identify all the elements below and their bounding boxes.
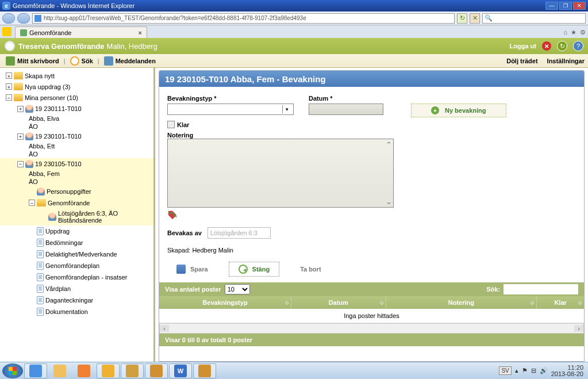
outlook-icon xyxy=(102,365,114,377)
toolbar-search-label: Sök xyxy=(82,58,93,64)
window-close-button[interactable]: ✕ xyxy=(573,2,586,10)
toolbar-search[interactable]: Sök xyxy=(68,56,95,66)
favorites-icon[interactable] xyxy=(2,27,11,36)
col-datum[interactable]: Datum◇ xyxy=(291,296,386,309)
taskbar-word[interactable]: W xyxy=(169,363,192,378)
expander-icon[interactable]: + xyxy=(6,83,12,90)
tree-delaktighet[interactable]: Delaktighet/Medverkande xyxy=(0,248,153,260)
sort-icon: ◇ xyxy=(531,300,534,305)
tree-person-1[interactable]: + 19 230111-T010 xyxy=(0,103,153,114)
stang-button[interactable]: Stäng xyxy=(229,262,280,277)
tray-up-icon[interactable]: ▴ xyxy=(515,367,518,374)
windows-icon xyxy=(9,367,17,375)
browser-search[interactable]: 🔍 xyxy=(482,13,586,24)
expander-icon[interactable]: + xyxy=(17,106,24,112)
taskbar-explorer[interactable] xyxy=(48,363,71,378)
tree-personuppgifter[interactable]: Personuppgifter xyxy=(0,186,153,197)
go-refresh-button[interactable]: ↻ xyxy=(457,13,467,24)
taskbar-app6[interactable] xyxy=(145,363,168,378)
taskbar-ie[interactable] xyxy=(24,363,47,378)
spara-button[interactable]: Spara xyxy=(167,262,217,276)
clock[interactable]: 11:20 2013-08-20 xyxy=(551,365,586,377)
refresh-header-button[interactable]: ↻ xyxy=(557,41,567,51)
scroll-right-icon[interactable]: › xyxy=(574,325,583,332)
tab-close-icon[interactable]: × xyxy=(139,29,142,36)
tree-person-2[interactable]: + 19 230101-T010 xyxy=(0,131,153,142)
grid-hscroll[interactable]: ‹ › xyxy=(159,323,584,334)
app-icon xyxy=(126,365,139,377)
tree-nya-uppdrag[interactable]: + Nya uppdrag (3) xyxy=(0,81,153,92)
clock-date: 2013-08-20 xyxy=(551,371,583,377)
person-name: Abba, Fem xyxy=(29,170,153,178)
taskbar-outlook[interactable] xyxy=(97,363,120,378)
toolbar-hide-tree[interactable]: Dölj trädet xyxy=(506,58,537,64)
tree-person-3[interactable]: − 19 230105-T010 xyxy=(0,158,153,170)
app-header: Treserva Genomförande Malin, Hedberg Log… xyxy=(0,38,588,54)
tree-dokumentation[interactable]: Dokumentation xyxy=(0,306,153,317)
ny-bevakning-button[interactable]: + Ny bevakning xyxy=(411,104,506,117)
tag-icon[interactable] xyxy=(167,210,178,220)
expander-icon[interactable]: − xyxy=(17,161,24,167)
toolbar-settings[interactable]: Inställningar xyxy=(547,58,585,64)
taskbar-app8[interactable] xyxy=(193,363,216,378)
help-button[interactable]: ? xyxy=(573,41,583,51)
expander-icon[interactable]: + xyxy=(6,72,12,79)
feeds-icon[interactable]: ★ xyxy=(571,29,577,36)
word-icon: W xyxy=(174,365,187,377)
tree-mina-personer[interactable]: − Mina personer (10) xyxy=(0,92,153,103)
expander-icon[interactable]: − xyxy=(29,200,35,206)
maximize-button[interactable]: ❐ xyxy=(559,2,572,10)
url-input[interactable] xyxy=(44,15,452,21)
logout-icon[interactable]: ✕ xyxy=(542,41,551,51)
person-icon xyxy=(25,132,33,140)
tree-genomforande[interactable]: − Genomförande xyxy=(0,197,153,208)
tree-genomforandeplan[interactable]: Genomförandeplan xyxy=(0,260,153,271)
forward-button[interactable] xyxy=(17,13,30,24)
folder-icon xyxy=(37,199,46,206)
taskbar-app5[interactable] xyxy=(121,363,144,378)
datum-label: Datum * xyxy=(309,95,383,102)
scroll-down-icon[interactable]: ⌄ xyxy=(386,197,392,206)
flag-icon[interactable]: ⚑ xyxy=(522,367,528,374)
tools-icon[interactable]: ⚙ xyxy=(580,29,586,36)
tree-genomforandeplan-insatser[interactable]: Genomförandeplan - insatser xyxy=(0,271,153,283)
tray-icon[interactable]: ⊟ xyxy=(531,367,536,374)
grid-sok-input[interactable] xyxy=(504,284,578,294)
tree-uppdrag[interactable]: Uppdrag xyxy=(0,225,153,237)
col-klar[interactable]: Klar◇ xyxy=(537,296,584,309)
bevakningstyp-select[interactable]: ▾ xyxy=(167,104,294,115)
scroll-up-icon[interactable]: ⌃ xyxy=(386,140,392,149)
tree-bedomningar[interactable]: Bedömningar xyxy=(0,237,153,248)
tree-panel[interactable]: + Skapa nytt + Nya uppdrag (3) − Mina pe… xyxy=(0,68,155,362)
language-indicator[interactable]: SV xyxy=(499,366,511,375)
back-button[interactable] xyxy=(2,13,15,24)
scroll-left-icon[interactable]: ‹ xyxy=(160,325,169,332)
logout-label[interactable]: Logga ut xyxy=(510,43,536,49)
tree-label: Uppdrag xyxy=(45,228,70,235)
url-field-wrap[interactable] xyxy=(32,13,455,24)
page-size-select[interactable]: 10 xyxy=(225,284,250,294)
tree-sub-genomforande[interactable]: Lötsjögården 6:3, ÄO Biståndsärende xyxy=(0,208,153,225)
expander-icon[interactable]: − xyxy=(6,94,12,101)
minimize-button[interactable]: — xyxy=(545,2,558,10)
tree-skapa-nytt[interactable]: + Skapa nytt xyxy=(0,70,153,81)
tabort-button[interactable]: Ta bort xyxy=(291,263,330,275)
tree-daganteckningar[interactable]: Daganteckningar xyxy=(0,294,153,306)
notering-textarea[interactable]: ⌃ ⌄ xyxy=(167,139,394,208)
col-notering[interactable]: Notering◇ xyxy=(386,296,537,309)
toolbar-desktop[interactable]: Mitt skrivbord xyxy=(3,56,62,66)
tree-vardplan[interactable]: Vårdplan xyxy=(0,283,153,294)
home-icon[interactable]: ⌂ xyxy=(563,29,567,36)
stop-button[interactable]: ✕ xyxy=(470,13,480,24)
start-button[interactable] xyxy=(2,363,23,378)
app-body: + Skapa nytt + Nya uppdrag (3) − Mina pe… xyxy=(0,68,588,362)
col-bevakningstyp[interactable]: Bevakningstyp◇ xyxy=(159,296,291,309)
klar-checkbox[interactable] xyxy=(167,121,175,128)
browser-tab[interactable]: Genomförande × xyxy=(15,26,147,38)
expander-icon[interactable]: + xyxy=(17,133,24,140)
volume-icon[interactable]: 🔊 xyxy=(540,367,548,374)
datum-input[interactable] xyxy=(309,104,383,115)
toolbar-messages[interactable]: Meddelanden xyxy=(102,56,158,66)
taskbar-media[interactable] xyxy=(72,363,95,378)
ie-app-icon xyxy=(29,365,42,377)
